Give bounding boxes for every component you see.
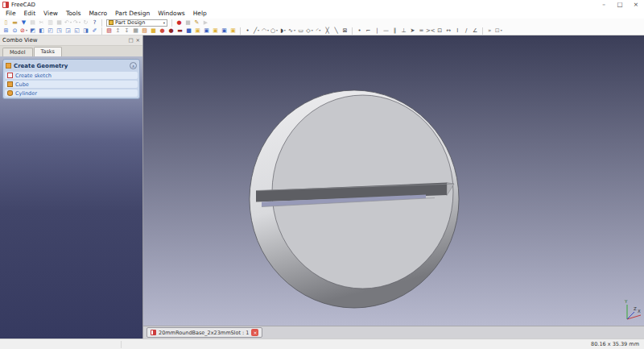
- task-group-header: Create Geometry ∧: [5, 61, 138, 70]
- collapse-group-icon[interactable]: ∧: [130, 62, 137, 69]
- selection-filter-icon[interactable]: ⊡: [494, 27, 503, 35]
- menu-part-design[interactable]: Part Design: [111, 9, 154, 19]
- menu-view[interactable]: View: [39, 9, 62, 19]
- constrain-distance-icon[interactable]: ∕: [462, 27, 471, 35]
- create-arc-icon[interactable]: ◠: [261, 27, 270, 35]
- menu-file[interactable]: File: [2, 9, 20, 19]
- whats-this-icon[interactable]: ?: [90, 19, 99, 27]
- constrain-horizontal-icon[interactable]: —: [382, 27, 390, 35]
- tab-model[interactable]: Model: [2, 48, 33, 56]
- create-conic-icon[interactable]: ◗: [279, 27, 287, 35]
- pocket-icon[interactable]: ■: [184, 27, 193, 35]
- constrain-point-on-object-icon[interactable]: ⌐: [364, 27, 373, 35]
- close-tab-icon[interactable]: ×: [251, 329, 258, 336]
- groove-icon[interactable]: ●: [167, 27, 175, 35]
- menu-windows[interactable]: Windows: [154, 9, 188, 19]
- macro-record-icon[interactable]: ●: [175, 19, 184, 27]
- task-item-cylinder[interactable]: Cylinder: [5, 89, 138, 97]
- redo-icon[interactable]: ↷: [72, 19, 81, 27]
- fit-all-icon[interactable]: ⊞: [2, 27, 10, 35]
- task-item-create-sketch[interactable]: Create sketch: [5, 72, 138, 79]
- view-top-icon[interactable]: ◰: [46, 27, 55, 35]
- icon-glyph: ➤: [411, 27, 415, 35]
- paste-icon[interactable]: ▦: [55, 19, 64, 27]
- constrain-tangent-icon[interactable]: ➤: [408, 27, 417, 35]
- revolution-icon[interactable]: ●: [158, 27, 167, 35]
- cut-icon[interactable]: ✂: [37, 19, 46, 27]
- constrain-equal-icon[interactable]: =: [417, 27, 426, 35]
- view-rear-icon[interactable]: ◲: [64, 27, 72, 35]
- view-right-icon[interactable]: ◳: [55, 27, 64, 35]
- constrain-vertical-icon[interactable]: |: [373, 27, 382, 35]
- undo-icon[interactable]: ↶: [64, 19, 72, 27]
- multi-transform-icon[interactable]: ▣: [229, 27, 237, 35]
- trim-edge-icon[interactable]: ╳: [323, 27, 332, 35]
- box-zoom-icon[interactable]: ⊙: [10, 27, 19, 35]
- macro-edit-icon[interactable]: ✎: [192, 19, 201, 27]
- edit-sketch-icon[interactable]: ↥: [114, 27, 122, 35]
- icon-glyph: ⊡: [437, 27, 442, 35]
- constrain-horizontal-distance-icon[interactable]: ↔: [444, 27, 453, 35]
- copy-icon[interactable]: ▥: [46, 19, 55, 27]
- menu-tools[interactable]: Tools: [62, 9, 85, 19]
- view-front-icon[interactable]: ◧: [37, 27, 46, 35]
- save-icon[interactable]: ▼: [19, 19, 28, 27]
- view-bottom-icon[interactable]: ◱: [72, 27, 81, 35]
- new-sketch-icon[interactable]: ▨: [105, 27, 114, 35]
- hole-icon[interactable]: ▣: [193, 27, 202, 35]
- constrain-parallel-icon[interactable]: ∥: [390, 27, 399, 35]
- create-polygon-icon[interactable]: ◇: [305, 27, 314, 35]
- macro-stop-icon[interactable]: ■: [184, 19, 192, 27]
- tab-tasks[interactable]: Tasks: [34, 47, 62, 56]
- menu-help[interactable]: Help: [189, 9, 211, 19]
- constrain-angle-icon[interactable]: ∠: [471, 27, 480, 35]
- constrain-perpendicular-icon[interactable]: ⊥: [399, 27, 408, 35]
- linear-pattern-icon[interactable]: ▣: [202, 27, 211, 35]
- new-file-icon[interactable]: ▯: [2, 19, 10, 27]
- map-sketch-icon[interactable]: ▧: [140, 27, 149, 35]
- task-item-cube[interactable]: Cube: [5, 81, 138, 88]
- close-panel-icon[interactable]: ×: [136, 37, 140, 44]
- extend-edge-icon[interactable]: ╲: [332, 27, 341, 35]
- create-fillet-icon[interactable]: ◜: [314, 27, 323, 35]
- external-geometry-icon[interactable]: ⊠: [341, 27, 349, 35]
- create-line-icon[interactable]: ╱: [252, 27, 261, 35]
- float-panel-icon[interactable]: □: [128, 37, 133, 44]
- create-bspline-icon[interactable]: ∿: [287, 27, 296, 35]
- draw-style-icon[interactable]: ⊘: [19, 27, 28, 35]
- constrain-vertical-distance-icon[interactable]: I: [453, 27, 462, 35]
- icon-glyph: ✎: [195, 19, 200, 27]
- create-rectangle-icon[interactable]: ▭: [296, 27, 305, 35]
- create-circle-icon[interactable]: ○: [270, 27, 279, 35]
- toolbar-overflow-icon[interactable]: »: [485, 27, 494, 35]
- view-sketch-icon[interactable]: ▦: [131, 27, 140, 35]
- leave-sketch-icon[interactable]: ↧: [122, 27, 131, 35]
- menu-edit[interactable]: Edit: [20, 9, 40, 19]
- constrain-symmetric-icon[interactable]: ><: [426, 27, 436, 35]
- icon-glyph: ■: [185, 19, 191, 27]
- mirrored-icon[interactable]: ▣: [220, 27, 229, 35]
- print-icon[interactable]: ▤: [28, 19, 37, 27]
- pad-icon[interactable]: ■: [149, 27, 158, 35]
- loft-icon[interactable]: ▬: [175, 27, 184, 35]
- model-slotted-disc[interactable]: [250, 90, 459, 308]
- workbench-selector[interactable]: Part Design ▾: [106, 19, 167, 27]
- measure-icon[interactable]: ✐: [90, 27, 99, 35]
- title-bar: FreeCAD – □ ×: [0, 0, 644, 9]
- icon-glyph: ◱: [74, 27, 80, 35]
- refresh-icon[interactable]: ↻: [81, 19, 90, 27]
- constrain-coincident-icon[interactable]: •: [355, 27, 364, 35]
- macro-execute-icon[interactable]: ▶: [201, 19, 210, 27]
- open-file-icon[interactable]: ▬: [10, 19, 19, 27]
- constrain-lock-icon[interactable]: ⊡: [436, 27, 444, 35]
- document-tab[interactable]: 20mmRoundBase_2x23mmSlot : 1 ×: [147, 327, 262, 338]
- minimize-button[interactable]: –: [596, 0, 612, 9]
- polar-pattern-icon[interactable]: ▣: [211, 27, 220, 35]
- create-point-icon[interactable]: •: [243, 27, 252, 35]
- 3d-viewport[interactable]: Y X Z: [143, 35, 644, 326]
- menu-macro[interactable]: Macro: [85, 9, 111, 19]
- close-button[interactable]: ×: [628, 0, 644, 9]
- maximize-button[interactable]: □: [612, 0, 628, 9]
- view-isometric-icon[interactable]: ◩: [28, 27, 37, 35]
- view-left-icon[interactable]: ◨: [81, 27, 90, 35]
